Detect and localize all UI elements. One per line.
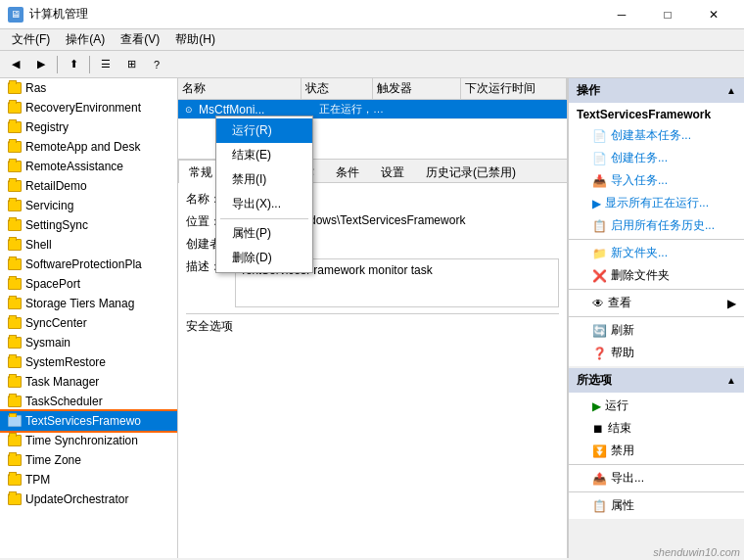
menu-view[interactable]: 查看(V) [113, 29, 167, 50]
right-action-enable-history[interactable]: 📋 启用所有任务历史... [569, 214, 744, 237]
properties-button[interactable]: ⊞ [119, 54, 143, 75]
right-section-header-selected[interactable]: 所选项 ▲ [569, 368, 744, 393]
context-menu-delete[interactable]: 删除(D) [216, 246, 312, 270]
sidebar-item-remoteassistance[interactable]: RemoteAssistance [0, 157, 177, 176]
sidebar-item-taskmanager[interactable]: Task Manager [0, 372, 177, 392]
col-header-status[interactable]: 状态 [302, 78, 372, 99]
folder-icon [8, 454, 22, 466]
sidebar-item-textservices[interactable]: TextServicesFramewo [0, 411, 177, 431]
import-label[interactable]: 导入任务... [611, 172, 668, 189]
context-menu-end[interactable]: 结束(E) [216, 143, 312, 167]
sidebar-item-taskscheduler[interactable]: TaskScheduler [0, 392, 177, 411]
new-folder-label[interactable]: 新文件夹... [611, 245, 668, 261]
back-button[interactable]: ◀ [4, 54, 27, 75]
right-action-properties[interactable]: 📋 属性 [569, 494, 744, 517]
context-menu-properties[interactable]: 属性(P) [216, 221, 312, 246]
context-menu: 运行(R) 结束(E) 禁用(I) 导出(X)... 属性(P) 删除(D) [215, 116, 313, 273]
end-label: 结束 [608, 420, 631, 437]
toolbar: ◀ ▶ ⬆ ☰ ⊞ ? [0, 51, 744, 78]
context-menu-separator [220, 218, 308, 219]
sidebar-item-timezone[interactable]: Time Zone [0, 450, 177, 470]
action-separator-4 [569, 464, 744, 465]
refresh-icon: 🔄 [592, 324, 607, 338]
sidebar-item-timesync[interactable]: Time Synchronization [0, 431, 177, 450]
right-action-end[interactable]: ⏹ 结束 [569, 417, 744, 440]
sidebar-item-synccenter[interactable]: SyncCenter [0, 313, 177, 333]
sidebar-item-registry[interactable]: Registry [0, 117, 177, 137]
title-controls: ─ □ ✕ [599, 0, 736, 29]
context-menu-export[interactable]: 导出(X)... [216, 192, 312, 216]
show-running-icon: ▶ [592, 197, 601, 210]
context-menu-run[interactable]: 运行(R) [216, 118, 312, 143]
create-label[interactable]: 创建任务... [611, 150, 668, 166]
right-action-help[interactable]: ❓ 帮助 [569, 342, 744, 364]
menu-bar: 文件(F) 操作(A) 查看(V) 帮助(H) [0, 29, 744, 51]
right-section-header-actions[interactable]: 操作 ▲ [569, 78, 744, 103]
delete-folder-icon: ❌ [592, 269, 607, 283]
maximize-button[interactable]: □ [645, 0, 690, 29]
sidebar-item-remoteapp[interactable]: RemoteApp and Desk [0, 137, 177, 157]
tab-conditions[interactable]: 条件 [325, 160, 370, 183]
center-panel: 名称 状态 触发器 下次运行时间 ⊙ MsCtfMoni... 正在运行，当任务… [178, 78, 568, 558]
create-basic-icon: 📄 [592, 129, 607, 143]
properties-icon: 📋 [592, 499, 607, 513]
sidebar-item-sysmain[interactable]: Sysmain [0, 333, 177, 352]
context-menu-disable[interactable]: 禁用(I) [216, 167, 312, 192]
sidebar-item-storagetiers[interactable]: Storage Tiers Manag [0, 294, 177, 313]
sidebar-item-shell[interactable]: Shell [0, 235, 177, 255]
menu-action[interactable]: 操作(A) [58, 29, 113, 50]
right-action-new-folder[interactable]: 📁 新文件夹... [569, 242, 744, 264]
menu-help[interactable]: 帮助(H) [167, 29, 223, 50]
sidebar-item-servicing[interactable]: Servicing [0, 196, 177, 215]
action-separator-2 [569, 289, 744, 290]
right-panel: 操作 ▲ TextServicesFramework 📄 创建基本任务... 📄… [568, 78, 744, 558]
show-running-label[interactable]: 显示所有正在运行... [605, 195, 709, 211]
right-action-delete-folder[interactable]: ❌ 删除文件夹 [569, 264, 744, 287]
folder-icon [8, 239, 22, 251]
close-button[interactable]: ✕ [691, 0, 736, 29]
col-header-next[interactable]: 下次运行时间 [461, 78, 567, 99]
chevron-up-icon: ▲ [726, 85, 736, 96]
sidebar-item-settingsync[interactable]: SettingSync [0, 215, 177, 235]
right-action-run[interactable]: ▶ 运行 [569, 395, 744, 417]
folder-icon [8, 102, 22, 114]
right-action-create[interactable]: 📄 创建任务... [569, 147, 744, 169]
sidebar-item-ras[interactable]: Ras [0, 78, 177, 98]
sidebar-item-systemrestore[interactable]: SystemRestore [0, 352, 177, 372]
sidebar-item-tpm[interactable]: TPM [0, 470, 177, 490]
up-button[interactable]: ⬆ [62, 54, 85, 75]
sidebar-item-spaceport[interactable]: SpacePort [0, 274, 177, 294]
enable-history-label[interactable]: 启用所有任务历史... [611, 217, 715, 234]
right-action-show-running[interactable]: ▶ 显示所有正在运行... [569, 192, 744, 214]
sidebar: Ras RecoveryEnvironment Registry RemoteA… [0, 78, 178, 558]
folder-icon [8, 200, 22, 211]
tab-settings[interactable]: 设置 [370, 160, 415, 183]
sidebar-item-softwareprotection[interactable]: SoftwareProtectionPla [0, 255, 177, 274]
minimize-button[interactable]: ─ [599, 0, 644, 29]
right-action-import[interactable]: 📥 导入任务... [569, 169, 744, 192]
disable-icon: ⏬ [592, 444, 607, 458]
folder-icon [8, 435, 22, 446]
folder-icon [8, 141, 22, 153]
sidebar-item-retaildemo[interactable]: RetailDemo [0, 176, 177, 196]
enable-history-icon: 📋 [592, 219, 607, 233]
col-header-trigger[interactable]: 触发器 [373, 78, 461, 99]
tab-history[interactable]: 历史记录(已禁用) [415, 160, 527, 183]
menu-file[interactable]: 文件(F) [4, 29, 58, 50]
sidebar-item-updateorchestrator[interactable]: UpdateOrchestrator [0, 490, 177, 509]
sidebar-item-recovery[interactable]: RecoveryEnvironment [0, 98, 177, 117]
title-bar-left: 🖥 计算机管理 [8, 6, 88, 23]
task-row-icon: ⊙ [182, 103, 196, 117]
help-button[interactable]: ? [145, 54, 168, 75]
folder-icon [8, 82, 22, 94]
right-action-create-basic[interactable]: 📄 创建基本任务... [569, 124, 744, 147]
right-action-view[interactable]: 👁 查看 ▶ [569, 292, 744, 314]
col-header-name[interactable]: 名称 [178, 78, 302, 99]
forward-button[interactable]: ▶ [29, 54, 53, 75]
right-action-export[interactable]: 📤 导出... [569, 467, 744, 490]
right-action-disable[interactable]: ⏬ 禁用 [569, 440, 744, 462]
show-hide-button[interactable]: ☰ [94, 54, 117, 75]
main-layout: Ras RecoveryEnvironment Registry RemoteA… [0, 78, 744, 558]
create-basic-label[interactable]: 创建基本任务... [611, 127, 691, 144]
right-action-refresh[interactable]: 🔄 刷新 [569, 319, 744, 342]
